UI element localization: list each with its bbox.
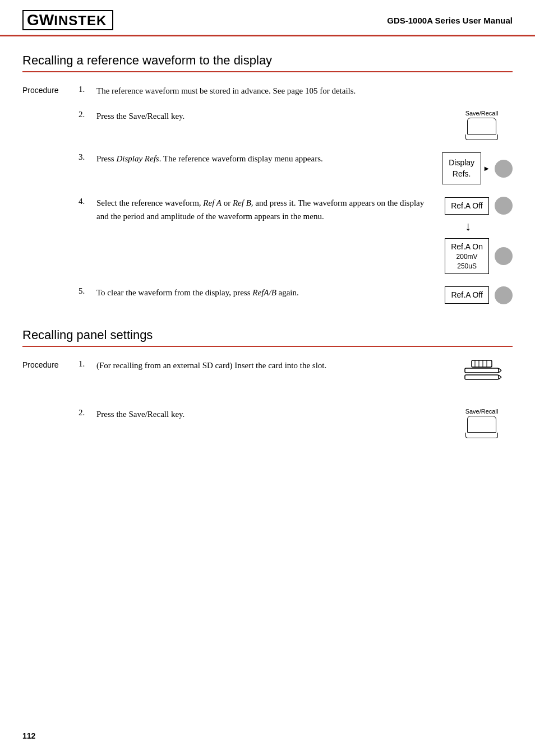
save-recall-key-2: Save/Recall: [465, 408, 499, 438]
ref-a-group: Ref.A Off ↓ Ref.A On 200mV 250uS: [445, 197, 513, 273]
ref-a-on-sub2: 250uS: [451, 262, 483, 271]
ref-a-on-row: Ref.A On 200mV 250uS: [445, 238, 513, 273]
logo-instek-text: INSTEK: [54, 13, 107, 28]
section1-procedure: Procedure 1. The reference waveform must…: [22, 85, 513, 317]
step-5-content: To clear the waveform from the display, …: [96, 286, 432, 299]
step-5-number: 5.: [79, 286, 90, 296]
display-refs-line2: Refs.: [447, 169, 476, 180]
ref-a-off-btn: Ref.A Off: [445, 197, 489, 215]
step-5-text-before: To clear the waveform from the display, …: [96, 288, 252, 297]
step-3-number: 3.: [79, 152, 90, 162]
svg-rect-0: [472, 360, 492, 367]
procedure-label-2: Procedure: [22, 359, 79, 451]
save-recall-label-1: Save/Recall: [465, 110, 499, 117]
ref-a-off2-oval: [495, 286, 513, 304]
display-refs-line1: Display: [447, 157, 476, 169]
section2-procedure: Procedure 1. (For recalling from an exte…: [22, 359, 513, 451]
ref-a-on-sub1: 200mV: [451, 252, 483, 261]
section2-divider: [22, 346, 513, 347]
key-body-2: [467, 416, 496, 433]
section2-step-2-figure: Save/Recall: [451, 408, 513, 438]
step-3-text-before: Press: [96, 154, 116, 163]
step-4-italic1: Ref A: [203, 198, 222, 207]
step-4: 4. Select the reference waveform, Ref A …: [79, 197, 513, 273]
manual-title: GDS-1000A Series User Manual: [387, 16, 513, 25]
save-recall-key-1: Save/Recall: [465, 110, 499, 140]
step-5-italic: RefA/B: [252, 288, 276, 297]
page-number: 112: [22, 731, 35, 740]
step-2: 2. Press the Save/Recall key. Save/Recal…: [79, 110, 513, 140]
step-2-number: 2.: [79, 110, 90, 119]
section1-steps: 1. The reference waveform must be stored…: [79, 85, 513, 317]
step-4-number: 4.: [79, 197, 90, 206]
page-header: GWINSTEK GDS-1000A Series User Manual: [0, 0, 535, 36]
ref-a-on-oval: [495, 247, 513, 265]
section2-step-2-content: Press the Save/Recall key.: [96, 408, 439, 421]
section2-heading: Recalling panel settings: [22, 328, 513, 342]
ref-a-off-oval: [495, 197, 513, 215]
ref-a-on-label: Ref.A On: [451, 242, 483, 252]
step-4-italic2: Ref B: [233, 198, 251, 207]
display-refs-oval: [495, 160, 513, 178]
ref-a-off2-btn: Ref.A Off: [445, 286, 489, 304]
step-3: 3. Press Display Refs. The reference wav…: [79, 152, 513, 184]
sd-card-chip: [472, 360, 492, 367]
section1-heading: Recalling a reference waveform to the di…: [22, 53, 513, 68]
key-bottom-1: [465, 134, 498, 140]
section-recalling-waveform: Recalling a reference waveform to the di…: [22, 53, 513, 317]
step-3-content: Press Display Refs. The reference wavefo…: [96, 152, 430, 165]
key-body-1: [467, 118, 496, 134]
step-5-figure: Ref.A Off: [445, 286, 513, 304]
step-1: 1. The reference waveform must be stored…: [79, 85, 513, 98]
display-refs-box: Display Refs.: [442, 152, 481, 184]
section2-step-1: 1. (For recalling from an external SD ca…: [79, 359, 513, 396]
step-3-figure: Display Refs. ►: [442, 152, 513, 184]
display-refs-arrow: ►: [483, 164, 490, 173]
step-4-figure: Ref.A Off ↓ Ref.A On 200mV 250uS: [445, 197, 513, 273]
step-5-text-after: again.: [276, 288, 299, 297]
svg-rect-6: [465, 375, 499, 379]
svg-rect-5: [465, 368, 499, 373]
page-content: Recalling a reference waveform to the di…: [0, 36, 535, 476]
section2-step-1-figure: [451, 359, 513, 396]
step-4-text-mid: or: [222, 198, 233, 207]
ref-a-on-btn: Ref.A On 200mV 250uS: [445, 238, 489, 273]
procedure-label-1: Procedure: [22, 85, 79, 317]
display-refs-button: Display Refs. ►: [442, 152, 513, 184]
section2-step-2-number: 2.: [79, 408, 90, 418]
step-2-figure: Save/Recall: [451, 110, 513, 140]
step-1-content: The reference waveform must be stored in…: [96, 85, 513, 98]
step-2-content: Press the Save/Recall key.: [96, 110, 439, 123]
key-bottom-2: [465, 433, 498, 438]
logo-gw-text: GW: [27, 11, 54, 29]
step-4-content: Select the reference waveform, Ref A or …: [96, 197, 432, 223]
section2-step-1-content: (For recalling from an external SD card)…: [96, 359, 439, 372]
section2-step-1-number: 1.: [79, 359, 90, 369]
section-recalling-panel: Recalling panel settings Procedure 1. (F…: [22, 328, 513, 451]
step-4-text-before1: Select the reference waveform,: [96, 198, 203, 207]
logo-box: GWINSTEK: [22, 10, 113, 30]
step-1-number: 1.: [79, 85, 90, 94]
save-recall-label-2: Save/Recall: [465, 408, 499, 415]
ref-a-off2-row: Ref.A Off: [445, 286, 513, 304]
logo: GWINSTEK: [22, 10, 113, 30]
section2-step-2: 2. Press the Save/Recall key. Save/Recal…: [79, 408, 513, 438]
down-arrow-icon: ↓: [465, 219, 471, 234]
step-3-text-after: . The reference waveform display menu ap…: [159, 154, 323, 163]
section1-divider: [22, 71, 513, 72]
step-5: 5. To clear the waveform from the displa…: [79, 286, 513, 304]
section2-steps: 1. (For recalling from an external SD ca…: [79, 359, 513, 451]
ref-a-off-row: Ref.A Off: [445, 197, 513, 215]
step-3-italic: Display Refs: [116, 154, 159, 163]
sd-card-icon: [459, 359, 504, 396]
